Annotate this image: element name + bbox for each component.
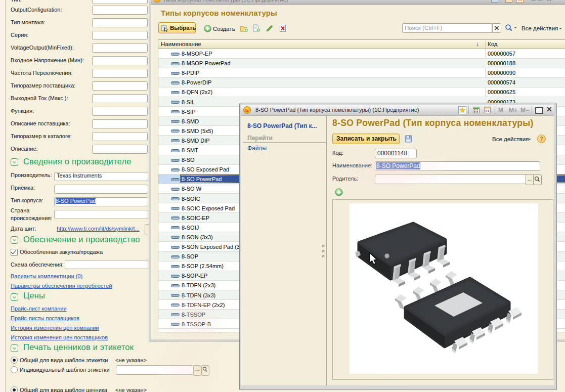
- svg-text:31: 31: [485, 109, 490, 113]
